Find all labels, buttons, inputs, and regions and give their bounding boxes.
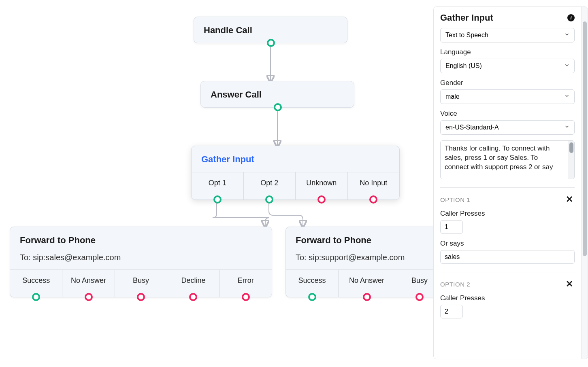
output-port[interactable] <box>137 293 145 301</box>
gather-options: Opt 1 Opt 2 Unknown No Input <box>192 172 399 199</box>
outcome-success[interactable]: Success <box>286 270 339 297</box>
voice-label: Voice <box>440 110 575 118</box>
output-port[interactable] <box>213 195 222 204</box>
select-value[interactable]: en-US-Standard-A <box>440 120 575 135</box>
gender-label: Gender <box>440 79 575 87</box>
opt-label: No Input <box>360 179 387 187</box>
says-input-1[interactable] <box>440 250 575 264</box>
select-value[interactable]: English (US) <box>440 59 575 73</box>
presses-label-2: Caller Presses <box>440 294 575 302</box>
outcome-busy[interactable]: Busy <box>115 270 167 297</box>
output-port[interactable] <box>415 293 424 301</box>
output-port[interactable] <box>274 103 282 111</box>
presses-label: Caller Presses <box>440 210 575 218</box>
forward-outcomes: Success No Answer Busy Decline Error <box>10 269 272 297</box>
opt-label: Decline <box>181 276 205 284</box>
opt-label: Error <box>238 276 254 284</box>
message-textarea[interactable]: Thanks for calling. To connect with sale… <box>440 140 575 179</box>
remove-option-1[interactable]: ✕ <box>564 195 575 204</box>
scroll-thumb[interactable] <box>569 142 573 153</box>
output-port[interactable] <box>267 39 275 47</box>
language-select[interactable]: English (US) <box>440 59 575 73</box>
option-2-header: OPTION 2 <box>440 281 470 288</box>
select-value[interactable]: male <box>440 89 575 104</box>
message-text[interactable]: Thanks for calling. To connect with sale… <box>441 141 568 179</box>
panel-scrollbar[interactable] <box>581 7 588 359</box>
opt-label: Unknown <box>306 179 337 187</box>
outcome-no-answer[interactable]: No Answer <box>339 270 395 297</box>
opt-label: Opt 1 <box>209 179 226 187</box>
node-gather-input[interactable]: Gather Input Opt 1 Opt 2 Unknown No Inpu… <box>191 146 400 200</box>
node-answer-call[interactable]: Answer Call <box>200 81 354 108</box>
node-forward-phone-left[interactable]: Forward to Phone To: sip:sales@example.c… <box>10 227 272 297</box>
voice-select[interactable]: en-US-Standard-A <box>440 120 575 135</box>
gather-opt-unknown[interactable]: Unknown <box>296 172 348 199</box>
output-port[interactable] <box>32 293 40 301</box>
separator <box>440 272 575 272</box>
properties-panel: Gather Input i Text to Speech Language E… <box>433 6 588 359</box>
opt-label: Success <box>22 276 50 284</box>
output-port[interactable] <box>85 293 93 301</box>
gender-select[interactable]: male <box>440 89 575 104</box>
panel-content[interactable]: Gather Input i Text to Speech Language E… <box>434 7 581 359</box>
output-port[interactable] <box>265 195 273 204</box>
separator <box>440 187 575 188</box>
says-label: Or says <box>440 240 575 248</box>
outcome-success[interactable]: Success <box>10 270 62 297</box>
output-port[interactable] <box>308 293 316 301</box>
output-port[interactable] <box>363 293 371 301</box>
gather-opt-2[interactable]: Opt 2 <box>244 172 296 199</box>
remove-option-2[interactable]: ✕ <box>564 280 575 289</box>
node-handle-call[interactable]: Handle Call <box>194 17 347 43</box>
presses-input-1[interactable] <box>440 220 463 234</box>
gather-opt-no-input[interactable]: No Input <box>348 172 400 199</box>
output-port[interactable] <box>242 293 250 301</box>
output-port[interactable] <box>189 293 197 301</box>
info-icon[interactable]: i <box>567 14 575 21</box>
outcome-decline[interactable]: Decline <box>167 270 219 297</box>
output-port[interactable] <box>317 195 326 204</box>
opt-label: No Answer <box>71 276 106 284</box>
node-title: Forward to Phone <box>10 227 272 253</box>
select-value[interactable]: Text to Speech <box>440 28 575 42</box>
textarea-scrollbar[interactable] <box>568 141 574 179</box>
opt-label: Opt 2 <box>260 179 278 187</box>
panel-title: Gather Input <box>440 13 493 23</box>
opt-label: No Answer <box>349 276 384 284</box>
output-port[interactable] <box>369 195 377 204</box>
presses-input-2[interactable] <box>440 305 463 318</box>
type-select[interactable]: Text to Speech <box>440 28 575 42</box>
scroll-thumb[interactable] <box>583 21 587 256</box>
outcome-error[interactable]: Error <box>220 270 272 297</box>
forward-to: To: sip:sales@example.com <box>10 253 272 269</box>
node-title: Gather Input <box>192 146 399 172</box>
opt-label: Success <box>298 276 326 284</box>
opt-label: Busy <box>133 276 149 284</box>
gather-opt-1[interactable]: Opt 1 <box>192 172 244 199</box>
language-label: Language <box>440 48 575 56</box>
outcome-no-answer[interactable]: No Answer <box>62 270 115 297</box>
opt-label: Busy <box>411 276 428 284</box>
option-1-header: OPTION 1 <box>440 196 470 203</box>
